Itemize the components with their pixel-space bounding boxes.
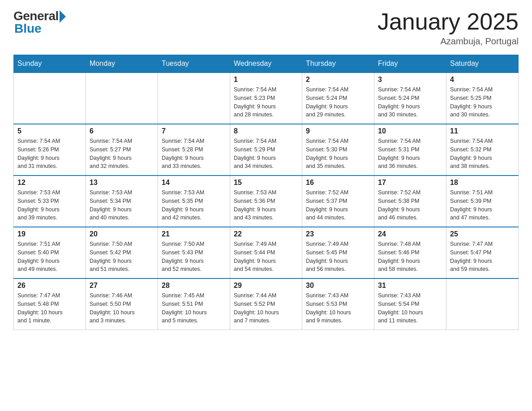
calendar-cell (14, 73, 86, 124)
day-info: Sunrise: 7:52 AM Sunset: 5:38 PM Dayligh… (378, 188, 442, 222)
calendar-cell: 9Sunrise: 7:54 AM Sunset: 5:30 PM Daylig… (302, 124, 374, 176)
calendar-cell (446, 278, 519, 330)
header-tuesday: Tuesday (158, 55, 230, 73)
day-number: 10 (378, 127, 442, 135)
day-info: Sunrise: 7:53 AM Sunset: 5:34 PM Dayligh… (90, 188, 154, 222)
day-number: 17 (378, 179, 442, 187)
day-number: 7 (162, 127, 226, 135)
calendar-cell: 18Sunrise: 7:51 AM Sunset: 5:39 PM Dayli… (446, 176, 519, 227)
day-info: Sunrise: 7:51 AM Sunset: 5:39 PM Dayligh… (450, 188, 515, 222)
calendar-cell: 13Sunrise: 7:53 AM Sunset: 5:34 PM Dayli… (86, 176, 158, 227)
day-info: Sunrise: 7:49 AM Sunset: 5:45 PM Dayligh… (306, 240, 370, 274)
day-info: Sunrise: 7:49 AM Sunset: 5:44 PM Dayligh… (234, 240, 298, 274)
day-number: 13 (90, 179, 154, 187)
calendar-subtitle: Azambuja, Portugal (378, 36, 519, 47)
header-thursday: Thursday (302, 55, 374, 73)
day-number: 14 (162, 179, 226, 187)
calendar-cell: 4Sunrise: 7:54 AM Sunset: 5:25 PM Daylig… (446, 73, 519, 124)
day-number: 27 (90, 282, 154, 290)
day-number: 22 (234, 230, 298, 238)
calendar-cell: 14Sunrise: 7:53 AM Sunset: 5:35 PM Dayli… (158, 176, 230, 227)
week-row-5: 26Sunrise: 7:47 AM Sunset: 5:48 PM Dayli… (14, 278, 519, 330)
calendar-cell: 1Sunrise: 7:54 AM Sunset: 5:23 PM Daylig… (230, 73, 302, 124)
calendar-cell: 8Sunrise: 7:54 AM Sunset: 5:29 PM Daylig… (230, 124, 302, 176)
day-info: Sunrise: 7:51 AM Sunset: 5:40 PM Dayligh… (17, 240, 82, 274)
day-number: 29 (234, 282, 298, 290)
calendar-cell: 22Sunrise: 7:49 AM Sunset: 5:44 PM Dayli… (230, 227, 302, 278)
week-row-1: 1Sunrise: 7:54 AM Sunset: 5:23 PM Daylig… (14, 73, 519, 124)
day-number: 11 (450, 127, 515, 135)
day-info: Sunrise: 7:43 AM Sunset: 5:53 PM Dayligh… (306, 291, 370, 325)
day-info: Sunrise: 7:54 AM Sunset: 5:32 PM Dayligh… (450, 137, 515, 171)
day-number: 24 (378, 230, 442, 238)
day-info: Sunrise: 7:54 AM Sunset: 5:25 PM Dayligh… (450, 86, 515, 119)
logo-blue-text: Blue (14, 21, 42, 36)
day-number: 12 (17, 179, 82, 187)
calendar-cell: 3Sunrise: 7:54 AM Sunset: 5:24 PM Daylig… (374, 73, 446, 124)
day-number: 18 (450, 179, 515, 187)
day-number: 15 (234, 179, 298, 187)
day-info: Sunrise: 7:54 AM Sunset: 5:23 PM Dayligh… (234, 86, 298, 119)
calendar-cell: 6Sunrise: 7:54 AM Sunset: 5:27 PM Daylig… (86, 124, 158, 176)
day-info: Sunrise: 7:50 AM Sunset: 5:43 PM Dayligh… (162, 240, 226, 274)
day-info: Sunrise: 7:54 AM Sunset: 5:29 PM Dayligh… (234, 137, 298, 171)
logo: General Blue (13, 9, 66, 36)
day-info: Sunrise: 7:44 AM Sunset: 5:52 PM Dayligh… (234, 291, 298, 325)
day-info: Sunrise: 7:46 AM Sunset: 5:50 PM Dayligh… (90, 291, 154, 325)
calendar-cell: 28Sunrise: 7:45 AM Sunset: 5:51 PM Dayli… (158, 278, 230, 330)
day-number: 30 (306, 282, 370, 290)
page-header: General Blue January 2025 Azambuja, Port… (13, 9, 519, 47)
day-number: 1 (234, 76, 298, 84)
calendar-title: January 2025 (378, 9, 519, 34)
calendar-cell: 21Sunrise: 7:50 AM Sunset: 5:43 PM Dayli… (158, 227, 230, 278)
week-row-4: 19Sunrise: 7:51 AM Sunset: 5:40 PM Dayli… (14, 227, 519, 278)
calendar-cell: 31Sunrise: 7:43 AM Sunset: 5:54 PM Dayli… (374, 278, 446, 330)
title-area: January 2025 Azambuja, Portugal (378, 9, 519, 47)
calendar-cell (158, 73, 230, 124)
calendar-cell: 17Sunrise: 7:52 AM Sunset: 5:38 PM Dayli… (374, 176, 446, 227)
calendar-cell: 16Sunrise: 7:52 AM Sunset: 5:37 PM Dayli… (302, 176, 374, 227)
header-friday: Friday (374, 55, 446, 73)
day-info: Sunrise: 7:54 AM Sunset: 5:27 PM Dayligh… (90, 137, 154, 171)
day-info: Sunrise: 7:52 AM Sunset: 5:37 PM Dayligh… (306, 188, 370, 222)
day-info: Sunrise: 7:48 AM Sunset: 5:46 PM Dayligh… (378, 240, 442, 274)
calendar-cell: 24Sunrise: 7:48 AM Sunset: 5:46 PM Dayli… (374, 227, 446, 278)
calendar-cell: 5Sunrise: 7:54 AM Sunset: 5:26 PM Daylig… (14, 124, 86, 176)
day-info: Sunrise: 7:54 AM Sunset: 5:26 PM Dayligh… (17, 137, 82, 171)
calendar-cell: 10Sunrise: 7:54 AM Sunset: 5:31 PM Dayli… (374, 124, 446, 176)
calendar-cell: 15Sunrise: 7:53 AM Sunset: 5:36 PM Dayli… (230, 176, 302, 227)
day-number: 8 (234, 127, 298, 135)
header-saturday: Saturday (446, 55, 519, 73)
week-row-2: 5Sunrise: 7:54 AM Sunset: 5:26 PM Daylig… (14, 124, 519, 176)
week-row-3: 12Sunrise: 7:53 AM Sunset: 5:33 PM Dayli… (14, 176, 519, 227)
calendar-cell: 7Sunrise: 7:54 AM Sunset: 5:28 PM Daylig… (158, 124, 230, 176)
day-number: 9 (306, 127, 370, 135)
day-number: 3 (378, 76, 442, 84)
day-info: Sunrise: 7:53 AM Sunset: 5:35 PM Dayligh… (162, 188, 226, 222)
day-number: 5 (17, 127, 82, 135)
day-info: Sunrise: 7:54 AM Sunset: 5:24 PM Dayligh… (306, 86, 370, 119)
day-number: 21 (162, 230, 226, 238)
header-sunday: Sunday (14, 55, 86, 73)
day-number: 26 (17, 282, 82, 290)
day-number: 16 (306, 179, 370, 187)
day-number: 2 (306, 76, 370, 84)
day-info: Sunrise: 7:54 AM Sunset: 5:31 PM Dayligh… (378, 137, 442, 171)
calendar-cell: 19Sunrise: 7:51 AM Sunset: 5:40 PM Dayli… (14, 227, 86, 278)
calendar-cell: 2Sunrise: 7:54 AM Sunset: 5:24 PM Daylig… (302, 73, 374, 124)
day-info: Sunrise: 7:45 AM Sunset: 5:51 PM Dayligh… (162, 291, 226, 325)
calendar-header-row: SundayMondayTuesdayWednesdayThursdayFrid… (14, 55, 519, 73)
calendar-cell: 27Sunrise: 7:46 AM Sunset: 5:50 PM Dayli… (86, 278, 158, 330)
calendar-cell: 29Sunrise: 7:44 AM Sunset: 5:52 PM Dayli… (230, 278, 302, 330)
calendar-cell: 25Sunrise: 7:47 AM Sunset: 5:47 PM Dayli… (446, 227, 519, 278)
logo-arrow-icon (60, 10, 66, 23)
day-info: Sunrise: 7:47 AM Sunset: 5:48 PM Dayligh… (17, 291, 82, 325)
day-info: Sunrise: 7:53 AM Sunset: 5:36 PM Dayligh… (234, 188, 298, 222)
day-info: Sunrise: 7:50 AM Sunset: 5:42 PM Dayligh… (90, 240, 154, 274)
header-wednesday: Wednesday (230, 55, 302, 73)
day-info: Sunrise: 7:43 AM Sunset: 5:54 PM Dayligh… (378, 291, 442, 325)
day-number: 31 (378, 282, 442, 290)
calendar-cell (86, 73, 158, 124)
calendar-cell: 30Sunrise: 7:43 AM Sunset: 5:53 PM Dayli… (302, 278, 374, 330)
calendar-cell: 26Sunrise: 7:47 AM Sunset: 5:48 PM Dayli… (14, 278, 86, 330)
